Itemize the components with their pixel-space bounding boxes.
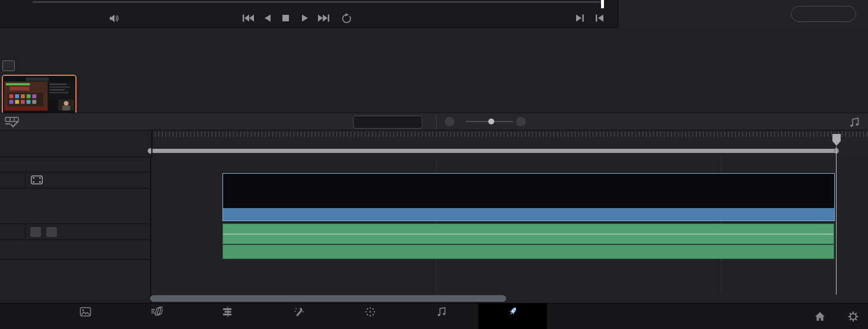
timeline-horizontal-scrollbar[interactable] <box>150 295 506 302</box>
track-divider <box>0 259 151 260</box>
davinci-resolve-deliver-page <box>0 0 868 329</box>
track-area <box>0 157 868 303</box>
media-icon <box>80 306 91 317</box>
stop-icon[interactable] <box>281 13 290 23</box>
header-column-divider <box>151 130 152 157</box>
timeline-header <box>0 130 868 157</box>
zoom-slider-handle[interactable] <box>488 119 494 124</box>
render-bar-divider <box>436 115 437 129</box>
zoom-out-button[interactable] <box>445 117 454 126</box>
track-header-divider <box>25 223 26 239</box>
tab-fusion[interactable] <box>265 304 333 329</box>
audio-clip-name <box>223 245 834 258</box>
render-queue-icon[interactable] <box>5 116 20 128</box>
video-clip[interactable] <box>222 173 835 221</box>
cut-icon <box>151 306 163 317</box>
settings-gear-icon[interactable] <box>847 311 859 322</box>
video-clip-name <box>223 208 834 221</box>
color-icon <box>364 306 376 317</box>
track-header-divider <box>25 172 26 188</box>
play-to-end-icon[interactable] <box>575 13 585 23</box>
track-header-column <box>0 157 151 303</box>
render-options-bar <box>0 113 868 130</box>
zoom-slider[interactable] <box>466 121 513 122</box>
edit-icon <box>222 306 234 317</box>
volume-icon[interactable] <box>109 14 120 23</box>
tab-edit[interactable] <box>193 304 262 329</box>
render-job-thumbnail[interactable] <box>2 75 77 116</box>
track-divider <box>0 172 151 173</box>
audio-clip[interactable] <box>222 223 834 259</box>
go-to-start-icon[interactable] <box>594 13 605 23</box>
top-bar-divider <box>618 0 618 28</box>
track-divider <box>0 188 151 189</box>
tab-cut[interactable] <box>122 304 191 329</box>
tab-deliver[interactable] <box>478 304 547 329</box>
tab-media[interactable] <box>51 304 120 329</box>
loop-icon[interactable] <box>341 13 352 23</box>
track-divider <box>0 223 151 224</box>
music-note-icon[interactable] <box>848 116 860 128</box>
tab-fairlight[interactable] <box>407 304 476 329</box>
fairlight-icon <box>435 306 447 317</box>
timeline-ruler[interactable] <box>151 130 868 157</box>
home-icon[interactable] <box>814 311 826 322</box>
previous-clip-icon[interactable] <box>241 13 255 23</box>
render-all-section <box>618 0 868 28</box>
viewer-scrub-handle[interactable] <box>601 0 604 8</box>
timeline-zoom-scrollbar[interactable] <box>150 149 838 153</box>
playhead-marker[interactable] <box>832 133 841 146</box>
track-divider <box>0 239 151 240</box>
page-navigation-bar <box>0 303 868 329</box>
play-icon[interactable] <box>300 13 310 23</box>
playhead-line <box>836 146 837 295</box>
deliver-rocket-icon <box>507 306 519 317</box>
play-reverse-icon[interactable] <box>262 13 272 23</box>
filmstrip-icon[interactable] <box>31 175 43 184</box>
audio-waveform <box>223 224 834 244</box>
mute-button[interactable] <box>46 227 57 237</box>
solo-button[interactable] <box>30 227 41 237</box>
fusion-icon <box>293 306 305 317</box>
render-queue-panel <box>0 28 868 113</box>
render-all-button[interactable] <box>791 6 856 22</box>
next-clip-icon[interactable] <box>317 13 330 23</box>
ruler-ticks <box>151 132 868 137</box>
video-thumbnail-strip <box>223 174 834 208</box>
transport-bar <box>0 0 868 28</box>
render-job-index <box>2 60 15 71</box>
render-range-dropdown[interactable] <box>353 116 422 129</box>
zoom-in-button[interactable] <box>516 117 526 126</box>
tab-color[interactable] <box>336 304 405 329</box>
viewer-scrub-track[interactable] <box>33 1 602 3</box>
